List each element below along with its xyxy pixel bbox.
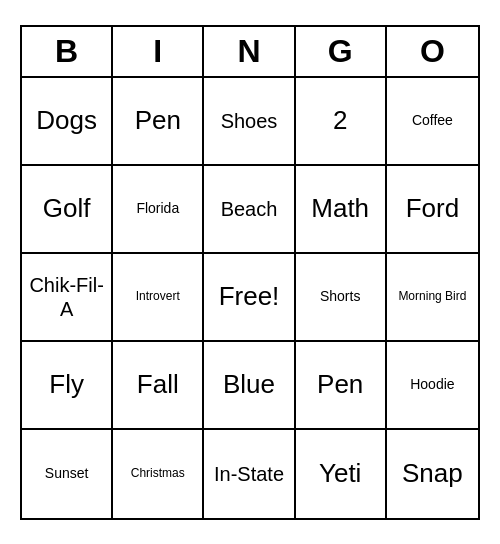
bingo-cell-23[interactable]: Yeti [296, 430, 387, 518]
bingo-cell-1[interactable]: Pen [113, 78, 204, 166]
bingo-cell-0[interactable]: Dogs [22, 78, 113, 166]
cell-text-18: Pen [317, 369, 363, 400]
bingo-cell-15[interactable]: Fly [22, 342, 113, 430]
cell-text-16: Fall [137, 369, 179, 400]
cell-text-15: Fly [49, 369, 84, 400]
cell-text-21: Christmas [131, 466, 185, 480]
cell-text-8: Math [311, 193, 369, 224]
bingo-cell-10[interactable]: Chik-Fil-A [22, 254, 113, 342]
bingo-cell-16[interactable]: Fall [113, 342, 204, 430]
bingo-cell-22[interactable]: In-State [204, 430, 295, 518]
bingo-cell-20[interactable]: Sunset [22, 430, 113, 518]
bingo-cell-19[interactable]: Hoodie [387, 342, 478, 430]
header-letter-b: B [22, 27, 113, 76]
header-letter-i: I [113, 27, 204, 76]
bingo-cell-12[interactable]: Free! [204, 254, 295, 342]
cell-text-14: Morning Bird [398, 289, 466, 303]
cell-text-4: Coffee [412, 112, 453, 129]
cell-text-22: In-State [214, 462, 284, 486]
bingo-header: BINGO [22, 27, 478, 78]
cell-text-3: 2 [333, 105, 347, 136]
bingo-cell-4[interactable]: Coffee [387, 78, 478, 166]
bingo-cell-6[interactable]: Florida [113, 166, 204, 254]
cell-text-24: Snap [402, 458, 463, 489]
cell-text-9: Ford [406, 193, 459, 224]
header-letter-n: N [204, 27, 295, 76]
bingo-cell-8[interactable]: Math [296, 166, 387, 254]
bingo-cell-7[interactable]: Beach [204, 166, 295, 254]
header-letter-g: G [296, 27, 387, 76]
cell-text-13: Shorts [320, 288, 360, 305]
cell-text-12: Free! [219, 281, 280, 312]
cell-text-7: Beach [221, 197, 278, 221]
cell-text-11: Introvert [136, 289, 180, 303]
bingo-cell-21[interactable]: Christmas [113, 430, 204, 518]
cell-text-10: Chik-Fil-A [26, 273, 107, 321]
bingo-cell-24[interactable]: Snap [387, 430, 478, 518]
bingo-cell-2[interactable]: Shoes [204, 78, 295, 166]
cell-text-20: Sunset [45, 465, 89, 482]
bingo-cell-11[interactable]: Introvert [113, 254, 204, 342]
cell-text-17: Blue [223, 369, 275, 400]
cell-text-6: Florida [136, 200, 179, 217]
cell-text-0: Dogs [36, 105, 97, 136]
bingo-cell-13[interactable]: Shorts [296, 254, 387, 342]
bingo-card: BINGO DogsPenShoes2CoffeeGolfFloridaBeac… [20, 25, 480, 520]
cell-text-1: Pen [135, 105, 181, 136]
bingo-cell-14[interactable]: Morning Bird [387, 254, 478, 342]
bingo-cell-9[interactable]: Ford [387, 166, 478, 254]
header-letter-o: O [387, 27, 478, 76]
cell-text-23: Yeti [319, 458, 361, 489]
cell-text-19: Hoodie [410, 376, 454, 393]
bingo-cell-18[interactable]: Pen [296, 342, 387, 430]
bingo-cell-5[interactable]: Golf [22, 166, 113, 254]
bingo-grid: DogsPenShoes2CoffeeGolfFloridaBeachMathF… [22, 78, 478, 518]
bingo-cell-17[interactable]: Blue [204, 342, 295, 430]
bingo-cell-3[interactable]: 2 [296, 78, 387, 166]
cell-text-2: Shoes [221, 109, 278, 133]
cell-text-5: Golf [43, 193, 91, 224]
